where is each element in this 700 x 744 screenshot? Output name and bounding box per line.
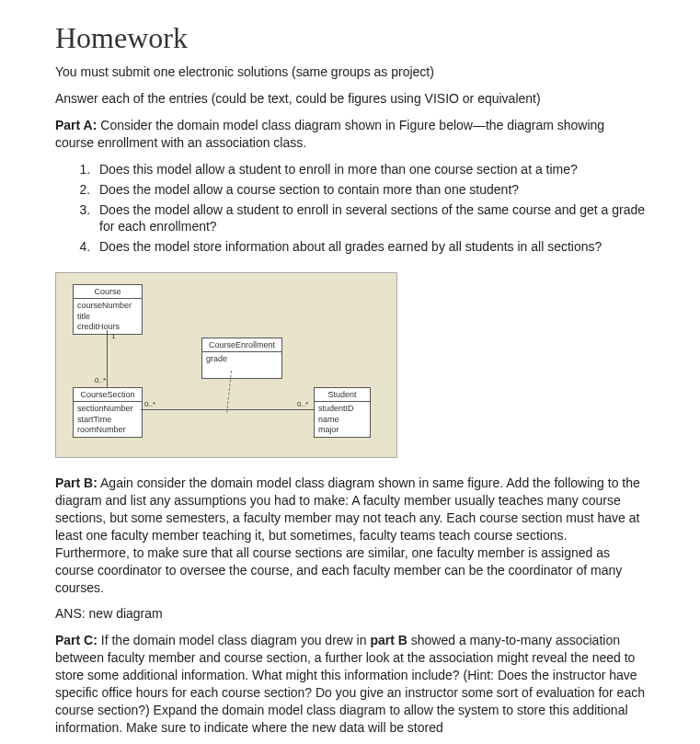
page-title: Homework xyxy=(55,18,645,58)
uml-attr: grade xyxy=(206,354,278,364)
uml-class-title: Course xyxy=(74,285,142,299)
part-b-text: Again consider the domain model class di… xyxy=(55,475,640,594)
uml-attr: courseNumber xyxy=(77,301,138,311)
uml-attr: creditHours xyxy=(77,322,138,332)
part-a-questions: Does this model allow a student to enrol… xyxy=(77,161,645,256)
uml-multiplicity: 1 xyxy=(111,332,115,342)
part-c-bold-ref: part B xyxy=(370,633,407,647)
question-item: Does the model store information about a… xyxy=(94,238,645,256)
uml-class-enrollment: CourseEnrollment grade xyxy=(201,338,282,379)
uml-multiplicity: 0..* xyxy=(95,376,106,386)
part-b-label: Part B: xyxy=(55,475,98,490)
uml-class-student: Student studentID name major xyxy=(314,387,371,438)
question-item: Does this model allow a student to enrol… xyxy=(94,161,645,178)
intro-line-2: Answer each of the entries (could be tex… xyxy=(55,90,645,108)
uml-assoc-line xyxy=(107,330,108,387)
intro-line-1: You must submit one electronic solutions… xyxy=(55,63,645,81)
uml-class-course: Course courseNumber title creditHours xyxy=(73,284,143,335)
part-a-para: Part A: Consider the domain model class … xyxy=(55,117,645,152)
uml-class-title: Student xyxy=(315,388,370,402)
part-b-para: Part B: Again consider the domain model … xyxy=(55,475,645,596)
part-a-text: Consider the domain model class diagram … xyxy=(55,118,604,150)
uml-attr: title xyxy=(77,312,138,322)
part-c-post: showed a many-to-many association betwee… xyxy=(55,633,645,734)
part-a-label: Part A: xyxy=(55,118,97,132)
uml-attr: roomNumber xyxy=(77,425,138,435)
uml-attr: major xyxy=(318,425,366,435)
uml-attr: sectionNumber xyxy=(77,404,138,414)
uml-attr: name xyxy=(318,415,366,425)
uml-attr: startTime xyxy=(77,415,138,425)
uml-diagram: Course courseNumber title creditHours 1 … xyxy=(55,272,397,458)
uml-multiplicity: 0..* xyxy=(144,400,155,410)
part-c-pre: If the domain model class diagram you dr… xyxy=(98,633,370,647)
uml-multiplicity: 0..* xyxy=(297,400,308,410)
question-item: Does the model allow a course section to… xyxy=(94,181,645,199)
uml-class-title: CourseSection xyxy=(74,388,142,402)
part-c-label: Part C: xyxy=(55,633,98,647)
question-item: Does the model allow a student to enroll… xyxy=(94,201,645,236)
uml-attr: studentID xyxy=(318,404,366,414)
uml-class-title: CourseEnrollment xyxy=(202,338,281,352)
uml-class-section: CourseSection sectionNumber startTime ro… xyxy=(73,387,143,438)
part-c-para: Part C: If the domain model class diagra… xyxy=(55,632,645,736)
part-b-answer: ANS: new diagram xyxy=(55,605,645,623)
